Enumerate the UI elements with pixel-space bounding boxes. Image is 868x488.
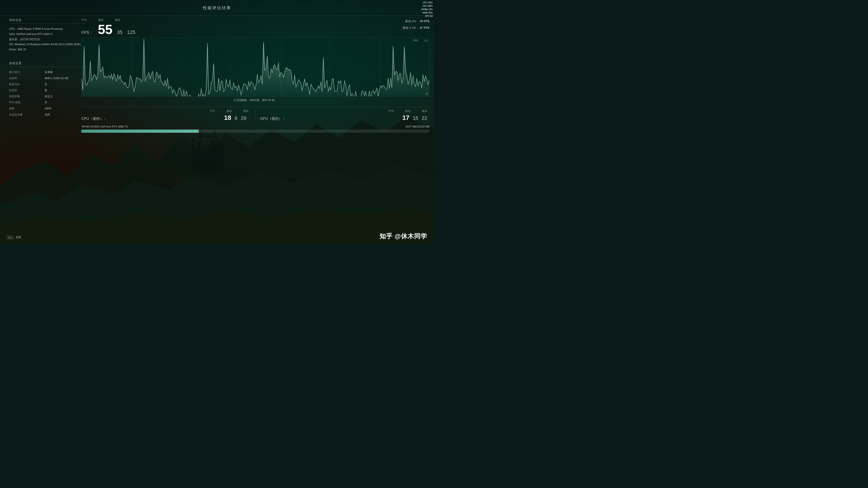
gpu-ms-label: GPU（毫秒）：: [260, 117, 286, 121]
vram-value: 5437 MB/16109 MB: [405, 125, 430, 128]
gpu-ms-avg: 17: [402, 114, 409, 121]
svg-rect-7: [198, 135, 218, 138]
fps-graph-container: FPS 125 35: [81, 38, 430, 97]
cpu-avg-header: 平均: [210, 109, 215, 113]
hud-gpu: GPU 98%: [421, 4, 433, 8]
svg-rect-2: [210, 139, 215, 147]
system-os: OS: Windows 10 Business Edition 64-bit (…: [9, 42, 86, 47]
system-monitor: 显示器：LECOO N2721U: [9, 37, 86, 42]
fps-max-header: 最高: [115, 18, 120, 22]
settings-label: 垂直同步: [9, 82, 40, 87]
settings-label: 画面质量: [9, 94, 40, 99]
settings-value: 100%: [44, 106, 86, 111]
fps-max-value: 125: [127, 29, 135, 35]
fps-avg-value: 55: [98, 23, 113, 36]
main-panel: 平均 最低 最高 FPS： 55 35 125 最低 1%： 43 FPS 最低…: [81, 18, 430, 133]
settings-label: 反锯齿: [9, 88, 40, 93]
gpu-ms-min: 15: [413, 115, 418, 121]
graph-fps-label: FPS: [413, 39, 418, 42]
svg-rect-3: [192, 147, 201, 172]
system-driver: Driver: 560.70: [9, 47, 86, 52]
settings-value: 3840 x 2160 (x1.00): [44, 76, 86, 81]
svg-rect-6: [220, 143, 224, 148]
fps-p01-label: 最低 0.1%：: [403, 26, 419, 29]
vram-section: VRAM (NVIDIA GeForce RTX 4060 Ti) 5437 M…: [81, 125, 430, 133]
fps-p01-value: 37 FPS: [420, 26, 430, 29]
settings-label: 自适应质量: [9, 112, 40, 117]
vram-header: VRAM (NVIDIA GeForce RTX 4060 Ti) 5437 M…: [81, 125, 430, 128]
svg-rect-0: [199, 145, 217, 172]
gpu-min-header: 最低: [405, 109, 410, 113]
close-label: 关闭: [16, 236, 21, 240]
cpu-ms-max: 29: [241, 115, 246, 121]
fps-p1-label: 最低 1%：: [405, 20, 419, 23]
settings-label: FPS 限制: [9, 100, 40, 105]
cpu-ms-block: 平均 最低 最高 CPU（毫秒）： 18 8 29: [81, 109, 251, 121]
cpu-ms-min: 8: [235, 115, 237, 121]
settings-label: 分辨率: [9, 76, 40, 81]
settings-value: 自定义: [44, 94, 86, 99]
rendered-frames: 已渲染帧数：4638 帧，耗时 85 秒。: [81, 98, 430, 102]
fps-min-value: 35: [117, 29, 123, 35]
gpu-ms-block: 平均 最低 最高 GPU（毫秒）： 17 15 22: [260, 109, 430, 121]
page-title: 性能评估结果: [203, 5, 231, 11]
vram-bar-bg: [81, 129, 430, 133]
left-panel: 系统信息 CPU：AMD Ryzen 5 5600 6-Core Process…: [9, 18, 86, 117]
settings-value: 全屏幕: [44, 70, 86, 75]
svg-marker-10: [192, 136, 196, 142]
watermark: 知乎 @休木同学: [379, 232, 427, 241]
vram-bar-fill: [81, 129, 199, 133]
cpu-min-header: 最低: [226, 109, 232, 113]
settings-value: 关: [44, 82, 86, 87]
fps-graph-canvas: [82, 38, 429, 96]
close-button[interactable]: Esc 关闭: [7, 236, 21, 240]
hud-fps: FPS 58: [421, 14, 433, 18]
settings-label: 窗口模式: [9, 70, 40, 75]
system-cpu: CPU：AMD Ryzen 5 5600 6-Core Processor: [9, 27, 86, 32]
fps-top-row: 平均 最低 最高 FPS： 55 35 125 最低 1%： 43 FPS 最低…: [81, 18, 430, 36]
graph-min-label: 35: [426, 92, 428, 95]
system-gpu: GPU: NVIDIA GeForce RTX 4060 Ti: [9, 32, 86, 37]
settings-value: 高: [44, 88, 86, 93]
system-info: CPU：AMD Ryzen 5 5600 6-Core Processor GP…: [9, 27, 86, 52]
esc-key: Esc: [7, 236, 13, 239]
hud-cpu: CPU 29%: [421, 1, 433, 4]
cpu-ms-avg: 18: [224, 114, 231, 121]
fps-min-header: 最低: [98, 18, 103, 22]
fps-percentile: 最低 1%： 43 FPS 最低 0.1%： 37 FPS: [403, 18, 430, 31]
gpu-avg-header: 平均: [388, 109, 394, 113]
graph-max-label: 125: [424, 39, 428, 42]
cpu-max-header: 最高: [243, 109, 249, 113]
fps-p1-value: 43 FPS: [420, 20, 430, 23]
ms-separator: [255, 110, 256, 121]
ms-section: 平均 最低 最高 CPU（毫秒）： 18 8 29 平均 最低 最高 GPU（毫…: [81, 109, 430, 121]
fps-avg-header: 平均: [81, 18, 87, 22]
hud-overlay: CPU 29% GPU 98% VRAM 13% RAM 35% FPS 58: [421, 1, 433, 18]
fps-label: FPS：: [81, 30, 93, 35]
settings-grid: 窗口模式全屏幕分辨率3840 x 2160 (x1.00)垂直同步关反锯齿高画面…: [9, 70, 86, 117]
settings-value: 关: [44, 100, 86, 105]
settings-section-title: 游戏设置: [9, 61, 86, 67]
title-bar: 性能评估结果: [0, 0, 434, 16]
vram-label: VRAM (NVIDIA GeForce RTX 4060 Ti): [81, 125, 128, 128]
hud-vram: VRAM 13%: [421, 8, 433, 11]
svg-rect-4: [215, 146, 224, 172]
settings-label: 视野: [9, 106, 40, 111]
gpu-ms-max: 22: [422, 115, 427, 121]
cpu-ms-label: CPU（毫秒）：: [81, 117, 107, 121]
gpu-max-header: 最高: [422, 109, 427, 113]
hud-ram: RAM 35%: [421, 11, 433, 14]
system-section-title: 系统信息: [9, 18, 86, 24]
fps-main: 平均 最低 最高 FPS： 55 35 125: [81, 18, 142, 36]
settings-value: 关闭: [44, 112, 86, 117]
svg-rect-1: [197, 140, 201, 147]
svg-rect-5: [191, 142, 194, 148]
